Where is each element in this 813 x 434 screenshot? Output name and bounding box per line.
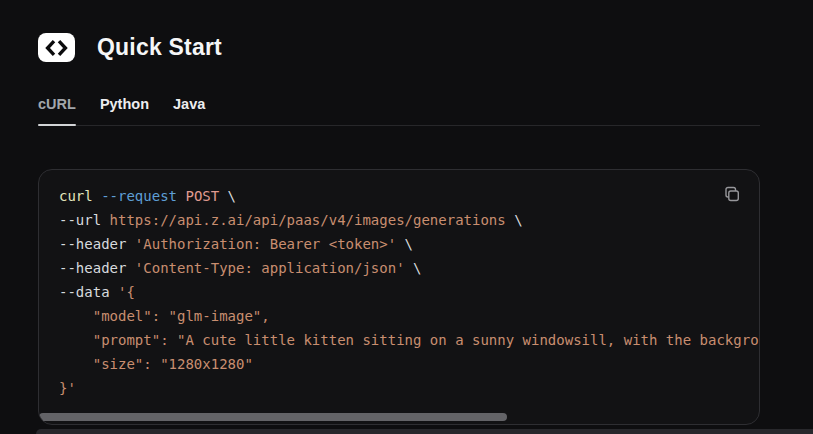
horizontal-scrollbar: [39, 413, 759, 421]
code-line: }': [59, 376, 739, 400]
tab-label: cURL: [38, 96, 76, 112]
code-line: --data '{: [59, 280, 739, 304]
code-brackets-icon: [38, 33, 75, 62]
code-line: --header 'Content-Type: application/json…: [59, 256, 739, 280]
code-line: "model": "glm-image",: [59, 304, 739, 328]
tab-curl[interactable]: cURL: [38, 96, 76, 125]
code-line: --url https://api.z.ai/api/paas/v4/image…: [59, 208, 739, 232]
copy-code-button[interactable]: [720, 183, 742, 205]
code-line: --header 'Authorization: Bearer <token>'…: [59, 232, 739, 256]
next-section-edge: [36, 429, 813, 434]
tab-label: Python: [100, 96, 149, 112]
code-lines: curl --request POST \--url https://api.z…: [39, 170, 759, 400]
page-header: Quick Start: [38, 33, 760, 62]
code-line: "prompt": "A cute little kitten sitting …: [59, 328, 739, 352]
code-snippet-block: curl --request POST \--url https://api.z…: [38, 169, 760, 425]
tab-label: Java: [173, 96, 205, 112]
language-tabs: cURL Python Java: [38, 96, 760, 126]
code-line: "size": "1280x1280": [59, 352, 739, 376]
tab-python[interactable]: Python: [100, 96, 149, 125]
page-title: Quick Start: [97, 34, 222, 61]
code-line: curl --request POST \: [59, 184, 739, 208]
tab-java[interactable]: Java: [173, 96, 205, 125]
h-scrollbar-thumb[interactable]: [39, 413, 507, 421]
copy-icon: [723, 186, 740, 203]
quick-start-panel: Quick Start cURL Python Java curl --requ…: [38, 0, 760, 425]
active-tab-indicator: [38, 124, 76, 126]
